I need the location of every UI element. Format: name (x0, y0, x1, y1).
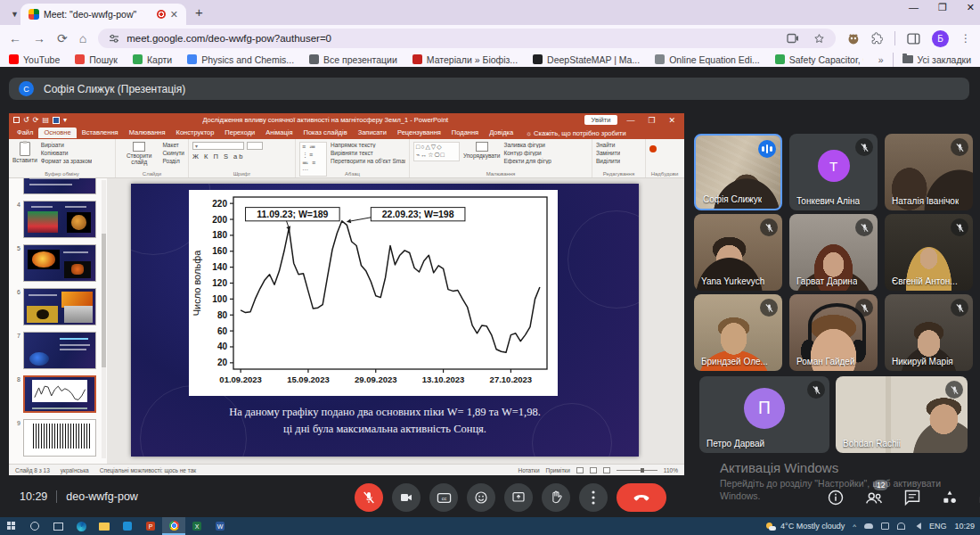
redo-icon[interactable]: ⟳ (33, 116, 39, 124)
ppt-close-button[interactable]: ✕ (664, 116, 680, 125)
taskbar-clock[interactable]: 10:29 (954, 522, 975, 531)
mic-button[interactable] (355, 483, 383, 512)
activities-button[interactable] (941, 489, 959, 506)
slide-thumbnail-selected[interactable]: 8 (12, 375, 102, 413)
participant-tile[interactable]: Bohdan Rachii (836, 376, 968, 453)
reactions-button[interactable] (467, 483, 495, 512)
ppt-sign-in-button[interactable]: Увійти (584, 115, 618, 125)
section-button[interactable]: Розділ (162, 158, 184, 164)
save-icon[interactable] (13, 117, 20, 123)
tab-search-icon[interactable]: ▼ (11, 10, 19, 19)
home-icon[interactable]: ⌂ (79, 31, 86, 45)
browser-tab[interactable]: Meet: "deo-wwfg-pow" ✕ (20, 4, 186, 25)
site-info-icon[interactable] (109, 33, 119, 44)
cut-button[interactable]: Вирізати (41, 142, 92, 148)
addins-button[interactable] (649, 142, 657, 153)
photos-app-icon[interactable] (116, 517, 139, 535)
participant-tile[interactable]: Роман Гайдей (789, 294, 878, 371)
slide-thumbnail[interactable] (12, 178, 102, 194)
ppt-minimize-button[interactable]: — (622, 116, 639, 125)
ppt-maximize-button[interactable]: ❐ (643, 116, 659, 125)
smartart-button[interactable]: Перетворити на об'єкт SmartArt (331, 158, 405, 164)
bookmark-item[interactable]: Карти (133, 54, 172, 65)
window-close-button[interactable]: ✕ (967, 2, 975, 13)
participant-tile[interactable]: Євгеній Антон... (885, 214, 973, 291)
align-text-button[interactable]: Вирівняти текст (331, 150, 405, 156)
bookmark-item[interactable]: Physics and Chemis... (187, 54, 294, 65)
font-name-select[interactable]: ▾ (192, 142, 244, 150)
edge-taskbar-icon[interactable] (69, 517, 93, 535)
slide-thumbnail[interactable]: 7 (12, 332, 102, 369)
participant-tile[interactable]: ППетро Дарвай (699, 376, 829, 453)
shape-fill-button[interactable]: Заливка фігури (503, 142, 551, 148)
address-bar[interactable]: meet.google.com/deo-wwfg-pow?authuser=0 (98, 29, 836, 48)
qat-dropdown-icon[interactable]: ▾ (63, 116, 67, 124)
window-minimize-button[interactable]: — (909, 2, 919, 13)
participant-tile[interactable]: Софія Слижук (694, 134, 782, 210)
slide-editing-area[interactable]: 2040608010012014016018020022001.09.20231… (107, 178, 684, 464)
font-format-buttons[interactable]: Ж К П S ab (192, 152, 244, 160)
tray-expand-icon[interactable]: ^ (853, 523, 856, 531)
slide-sorter-icon[interactable] (590, 467, 597, 473)
ppt-tab-подання[interactable]: Подання (446, 128, 484, 138)
participant-tile[interactable]: Наталія Іванічок (885, 134, 973, 210)
powerpoint-taskbar-icon[interactable]: P (139, 517, 162, 535)
bookmark-star-icon[interactable] (813, 33, 825, 45)
search-button[interactable] (23, 517, 46, 535)
word-taskbar-icon[interactable]: W (208, 517, 232, 535)
notes-button[interactable]: Нотатки (519, 467, 540, 473)
excel-taskbar-icon[interactable]: X (185, 517, 208, 535)
shapes-gallery[interactable]: □○△▽◇ ⌁↔☆⎔□ (413, 142, 460, 161)
slide-thumbnail[interactable]: 6 (12, 288, 102, 325)
tab-close-icon[interactable]: ✕ (170, 9, 178, 21)
ppt-tab-записати[interactable]: Записати (353, 128, 392, 138)
ppt-tab-основне[interactable]: Основне (38, 128, 76, 138)
arrange-button[interactable]: Упорядкувати (463, 142, 500, 159)
slide-thumbnail-panel[interactable]: 4 5 6 7 8 9 (9, 178, 107, 464)
slide-thumbnail[interactable]: 5 (12, 244, 102, 282)
more-options-button[interactable] (579, 483, 608, 512)
tray-app-icon[interactable] (881, 523, 889, 530)
slide-thumbnail[interactable]: 9 (12, 419, 102, 457)
file-explorer-icon[interactable] (93, 517, 116, 535)
shape-effects-button[interactable]: Ефекти для фігур (503, 158, 551, 164)
participant-tile[interactable]: Гарват Дарина (789, 214, 878, 291)
ppt-tab-анімація[interactable]: Анімація (260, 128, 298, 138)
camera-button[interactable] (392, 483, 421, 512)
tell-me-box[interactable]: ☼ Скажіть, що потрібно зробити (526, 129, 625, 137)
zoom-level[interactable]: 110% (664, 467, 678, 473)
tab-capture-icon[interactable] (787, 33, 799, 44)
chrome-taskbar-icon[interactable] (162, 517, 185, 535)
bookmark-item[interactable]: Online Equation Edi... (655, 54, 760, 65)
bookmark-item[interactable]: YouTube (9, 54, 60, 65)
slideshow-view-icon[interactable] (603, 467, 610, 473)
extension-owl-icon[interactable] (847, 33, 860, 45)
onedrive-tray-icon[interactable] (864, 523, 873, 529)
all-bookmarks-button[interactable]: Усі закладки (902, 54, 971, 65)
replace-button[interactable]: Замінити (596, 150, 620, 156)
shape-outline-button[interactable]: Контур фігури (503, 150, 551, 156)
browser-menu-icon[interactable]: ⋮ (960, 32, 971, 45)
ppt-tab-переходи[interactable]: Переходи (219, 128, 260, 138)
reset-button[interactable]: Скинути (162, 150, 184, 156)
font-size-select[interactable] (247, 142, 263, 150)
reload-icon[interactable]: ⟳ (57, 31, 68, 45)
find-button[interactable]: Знайти (596, 142, 620, 148)
layout-button[interactable]: Макет (162, 142, 184, 148)
ppt-tab-довідка[interactable]: Довідка (484, 128, 519, 138)
bookmark-item[interactable]: DeepStateMAP | Ma... (533, 54, 640, 65)
comments-button[interactable]: Примітки (546, 467, 570, 473)
new-slide-button[interactable]: Створити слайд (119, 142, 159, 165)
text-direction-button[interactable]: Напрямок тексту (331, 142, 405, 148)
captions-button[interactable]: cc (429, 483, 458, 512)
thumbnail-scrollbar[interactable] (102, 180, 106, 458)
paste-button[interactable]: Вставити (12, 142, 37, 163)
extensions-puzzle-icon[interactable] (871, 32, 884, 45)
bookmark-item[interactable]: Safety Capacitor, Ch... (775, 54, 863, 65)
participant-tile[interactable]: Бриндзей Оле... (694, 294, 782, 371)
ppt-tab-показ-слайдів[interactable]: Показ слайдів (298, 128, 352, 138)
volume-tray-icon[interactable] (913, 523, 921, 530)
taskbar-weather[interactable]: 4°C Mostly cloudy (766, 522, 845, 531)
ppt-tab-вставлення[interactable]: Вставлення (77, 128, 124, 138)
current-slide[interactable]: 2040608010012014016018020022001.09.20231… (131, 184, 639, 457)
